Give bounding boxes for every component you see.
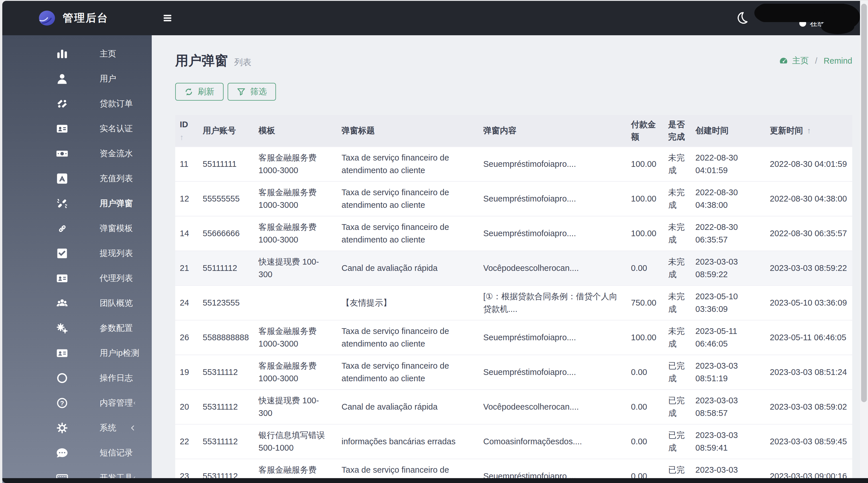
- sidebar-item-popup-template[interactable]: 弹窗模板: [2, 216, 152, 241]
- refresh-button[interactable]: 刷新: [175, 83, 224, 101]
- cell-done: 未完成: [663, 150, 691, 178]
- cell-id: 11: [175, 156, 198, 172]
- cell-amount: 100.00: [626, 156, 663, 172]
- sidebar-item-operation-log[interactable]: 操作日志: [2, 366, 152, 390]
- column-header-updated[interactable]: 更新时间 ↑: [765, 123, 852, 139]
- sidebar-item-withdraw-list[interactable]: 提现列表: [2, 241, 152, 266]
- cell-account: 55666666: [198, 226, 254, 242]
- column-header-amount: 付款金额: [626, 117, 663, 145]
- column-header-content: 弹窗内容: [479, 123, 626, 139]
- hamburger-icon[interactable]: [163, 13, 172, 23]
- breadcrumb-home[interactable]: 主页: [792, 55, 809, 66]
- cell-amount: 0.00: [626, 399, 663, 415]
- cell-created: 2023-03-03 08:51:19: [691, 358, 765, 387]
- cell-title: Canal de avaliação rápida: [337, 260, 479, 276]
- cell-account: 55555555: [198, 191, 254, 207]
- cell-id: 19: [175, 364, 198, 380]
- cell-done: 未完成: [663, 184, 691, 213]
- table-row-20[interactable]: 20 55311112 快速提现费 100-300 Canal de avali…: [175, 389, 852, 424]
- cell-created: 2023-05-11 06:46:05: [691, 323, 765, 352]
- moon-icon: [736, 11, 749, 24]
- table-row-11[interactable]: 11 55111111 客服金融服务费 1000-3000 Taxa de se…: [175, 146, 852, 181]
- cell-content: Vocêpodeescolherocan....: [479, 399, 626, 415]
- sidebar-item-home[interactable]: 主页: [2, 41, 152, 66]
- table-row-19[interactable]: 19 55311112 客服金融服务费 1000-3000 Taxa de se…: [175, 354, 852, 389]
- column-header-done: 是否完成: [663, 117, 691, 145]
- table-row-12[interactable]: 12 55555555 客服金融服务费 1000-3000 Taxa de se…: [175, 181, 852, 216]
- checksquare-icon: [56, 247, 68, 259]
- cell-account: 55111111: [198, 156, 254, 172]
- cell-title: Taxa de serviço financeiro de atendiment…: [337, 219, 479, 248]
- cell-content: Seuempréstimofoiapro....: [479, 226, 626, 242]
- sidebar-item-param-config[interactable]: 参数配置: [2, 316, 152, 341]
- cell-content: Comoasinformaçõesdos....: [479, 434, 626, 450]
- cell-title: Taxa de serviço financeiro de atendiment…: [337, 150, 479, 178]
- cell-title: Taxa de serviço financeiro de atendiment…: [337, 184, 479, 213]
- cell-done: 已完成: [663, 393, 691, 421]
- sidebar-item-recharge-list[interactable]: 充值列表: [2, 166, 152, 191]
- cell-template: 客服金融服务费 1000-3000: [254, 219, 337, 248]
- hands-icon: [56, 98, 68, 110]
- sidebar-item-users[interactable]: 用户: [2, 66, 152, 91]
- cell-done: 未完成: [663, 219, 691, 248]
- cell-amount: 750.00: [626, 295, 663, 311]
- sidebar-item-agent-list[interactable]: 代理列表: [2, 266, 152, 291]
- cell-title: Canal de avaliação rápida: [337, 399, 479, 415]
- scrollbar-thumb[interactable]: [861, 4, 867, 402]
- sidebar-item-system[interactable]: 系统: [2, 415, 152, 440]
- sidebar-item-content-mgmt[interactable]: 内容管理: [2, 390, 152, 415]
- chart-icon: [56, 48, 68, 60]
- breadcrumb-current: Remind: [824, 56, 852, 66]
- table-row-26[interactable]: 26 5588888888 客服金融服务费 1000-3000 Taxa de …: [175, 320, 852, 354]
- cell-content: Seuempréstimofoiapro....: [479, 364, 626, 380]
- sidebar-item-identity-verify[interactable]: 实名认证: [2, 116, 152, 141]
- table-row-22[interactable]: 22 55311112 银行信息填写错误 500-1000 informaçõe…: [175, 424, 852, 459]
- cell-amount: 100.00: [626, 191, 663, 207]
- cell-template: 客服金融服务费 1000-3000: [254, 150, 337, 178]
- column-header-template: 模板: [254, 123, 337, 139]
- cell-created: 2023-05-10 03:36:09: [691, 289, 765, 317]
- cell-id: 22: [175, 434, 198, 450]
- sidebar-item-funds-flow[interactable]: 资金流水: [2, 141, 152, 166]
- cell-created: 2023-03-03 08:59:41: [691, 427, 765, 456]
- cell-id: 14: [175, 226, 198, 242]
- cell-content: Seuempréstimofoiapro....: [479, 330, 626, 346]
- cell-created: 2023-03-03 08:59:22: [691, 254, 765, 282]
- cell-content: [①：根据贷款合同条例：借贷个人向贷款机....: [479, 289, 626, 317]
- cell-updated: 2023-03-03 08:59:22: [765, 260, 852, 276]
- cell-template: 快速提现费 100-300: [254, 393, 337, 421]
- idcard-icon: [56, 347, 68, 359]
- sidebar-item-sms-log[interactable]: 短信记录: [2, 440, 152, 465]
- breadcrumb-divider: /: [815, 56, 817, 66]
- table-row-24[interactable]: 24 55123555 【友情提示】 [①：根据贷款合同条例：借贷个人向贷款机.…: [175, 285, 852, 320]
- window-bottom-edge: [2, 478, 868, 483]
- cell-template: 客服金融服务费 1000-3000: [254, 358, 337, 387]
- users-icon: [56, 297, 68, 309]
- moon-icon[interactable]: [736, 11, 749, 24]
- column-header-id[interactable]: ID ↑: [175, 117, 198, 145]
- hamburger-icon: [163, 13, 172, 23]
- breadcrumb: 主页 / Remind: [779, 55, 852, 66]
- cell-template: [254, 301, 337, 305]
- cell-amount: 100.00: [626, 330, 663, 346]
- cell-updated: 2023-03-03 08:59:45: [765, 434, 852, 450]
- cell-account: 55111112: [198, 260, 254, 276]
- sidebar-item-team-overview[interactable]: 团队概览: [2, 291, 152, 316]
- filter-button[interactable]: 筛选: [227, 83, 276, 101]
- cell-id: 24: [175, 295, 198, 311]
- chevron-left-icon: [129, 425, 136, 431]
- sidebar-item-loan-orders[interactable]: 贷款订单: [2, 91, 152, 116]
- table-row-21[interactable]: 21 55111112 快速提现费 100-300 Canal de avali…: [175, 251, 852, 285]
- dashboard-icon: [779, 56, 788, 65]
- sidebar-item-user-popup[interactable]: 用户弹窗: [2, 191, 152, 216]
- cell-template: 快速提现费 100-300: [254, 254, 337, 282]
- sidebar: 主页 用户 贷款订单 实名认证: [2, 35, 152, 483]
- cell-id: 26: [175, 330, 198, 346]
- idcard-icon: [56, 272, 68, 284]
- main-area: 用户弹窗 列表 主页 / Remind 刷新 筛选: [152, 35, 868, 483]
- cell-updated: 2023-05-10 03:36:09: [765, 295, 852, 311]
- cell-amount: 100.00: [626, 226, 663, 242]
- sidebar-item-user-ip-check[interactable]: 用户ip检测: [2, 341, 152, 366]
- cell-created: 2022-08-30 06:35:57: [691, 219, 765, 248]
- table-row-14[interactable]: 14 55666666 客服金融服务费 1000-3000 Taxa de se…: [175, 216, 852, 251]
